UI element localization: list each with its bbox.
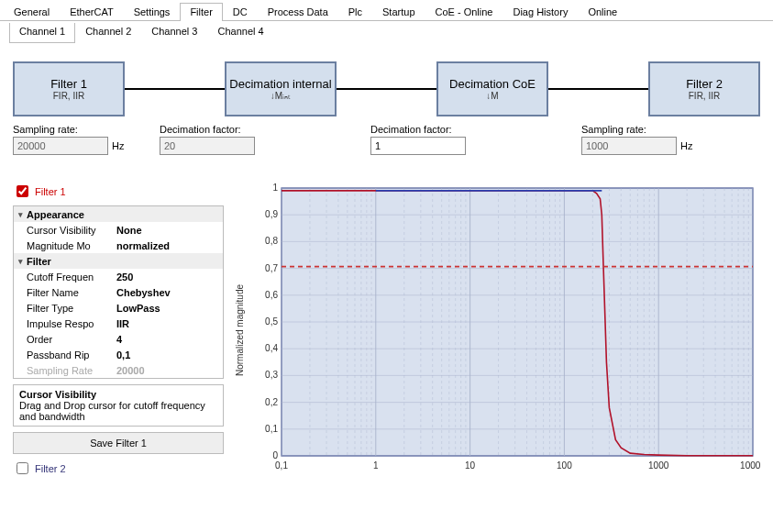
param-input-1 [160, 137, 255, 155]
filter-pipeline: Filter 1FIR, IIRDecimation internal↓Mᵢₙₜ… [13, 61, 760, 116]
svg-text:0: 0 [272, 450, 278, 460]
param-unit: Hz [112, 140, 124, 151]
help-title: Cursor Visibility [19, 389, 96, 400]
property-grid[interactable]: ▾Appearance Cursor VisibilityNone Magnit… [13, 205, 224, 379]
pipeline-node-1[interactable]: Decimation internal↓Mᵢₙₜ [225, 61, 337, 116]
svg-text:10: 10 [465, 460, 476, 471]
chevron-down-icon[interactable]: ▾ [14, 210, 27, 219]
prop-filter-name[interactable]: Filter NameChebyshev [14, 284, 223, 300]
pipeline-node-0[interactable]: Filter 1FIR, IIR [13, 61, 125, 116]
svg-text:0,1: 0,1 [265, 424, 278, 434]
svg-text:1: 1 [373, 460, 379, 471]
tab-filter[interactable]: Filter [180, 3, 222, 21]
param-col-3: Sampling rate:Hz [581, 124, 728, 155]
channel-tab-channel-2[interactable]: Channel 2 [75, 23, 141, 43]
help-body: Drag and Drop cursor for cutoff frequenc… [19, 400, 205, 422]
group-appearance: Appearance [27, 209, 223, 220]
prop-cursor-visibility[interactable]: Cursor VisibilityNone [14, 222, 223, 238]
channel-tab-channel-3[interactable]: Channel 3 [141, 23, 207, 43]
svg-text:0,6: 0,6 [265, 290, 278, 300]
tab-ethercat[interactable]: EtherCAT [60, 3, 123, 21]
svg-text:10000: 10000 [740, 460, 760, 471]
magnitude-plot: Normalized magnitude 00,10,20,30,40,50,6… [233, 183, 760, 477]
svg-text:0,1: 0,1 [275, 460, 288, 471]
svg-text:0,5: 0,5 [265, 316, 278, 327]
filter2-check-label: Filter 2 [35, 463, 66, 474]
tab-general[interactable]: General [4, 3, 60, 21]
tab-process-data[interactable]: Process Data [258, 3, 338, 21]
filter2-checkbox[interactable]: Filter 2 [13, 460, 224, 477]
param-col-0: Sampling rate:Hz [13, 124, 160, 155]
group-filter: Filter [27, 256, 223, 267]
pipeline-params: Sampling rate:HzDecimation factor:Decima… [13, 124, 760, 155]
prop-order[interactable]: Order4 [14, 331, 223, 347]
channel-tab-channel-4[interactable]: Channel 4 [207, 23, 273, 43]
pipeline-node-2[interactable]: Decimation CoE↓M [436, 61, 548, 116]
tab-settings[interactable]: Settings [124, 3, 181, 21]
svg-text:0,9: 0,9 [265, 209, 278, 219]
param-col-2: Decimation factor: [370, 124, 581, 155]
main-tabbar: GeneralEtherCATSettingsFilterDCProcess D… [0, 0, 773, 21]
chart-ylabel: Normalized magnitude [233, 183, 247, 477]
filter1-checkbox[interactable]: Filter 1 [13, 183, 224, 200]
svg-text:1000: 1000 [648, 460, 669, 471]
chevron-down-icon[interactable]: ▾ [14, 257, 27, 266]
save-filter-button[interactable]: Save Filter 1 [13, 432, 224, 454]
channel-tabbar: Channel 1Channel 2Channel 3Channel 4 [0, 23, 773, 43]
tab-dc[interactable]: DC [223, 3, 258, 21]
chart-svg: 00,10,20,30,40,50,60,70,80,910,111010010… [247, 183, 760, 476]
svg-text:0,3: 0,3 [265, 370, 278, 380]
help-panel: Cursor Visibility Drag and Drop cursor f… [13, 384, 224, 427]
param-input-0 [13, 137, 108, 155]
svg-text:0,2: 0,2 [265, 397, 278, 407]
tab-diag-history[interactable]: Diag History [502, 3, 578, 21]
svg-text:0,4: 0,4 [265, 343, 278, 353]
tab-online[interactable]: Online [578, 3, 627, 21]
prop-magnitude-mode[interactable]: Magnitude Monormalized [14, 238, 223, 253]
param-input-2[interactable] [370, 137, 466, 155]
svg-text:0,8: 0,8 [265, 236, 278, 246]
param-unit: Hz [680, 140, 692, 151]
tab-plc[interactable]: Plc [338, 3, 372, 21]
param-col-1: Decimation factor: [160, 124, 370, 155]
pipeline-connector [125, 88, 225, 90]
svg-text:100: 100 [557, 460, 572, 471]
prop-impulse-response[interactable]: Impulse RespoIIR [14, 316, 223, 331]
param-label: Decimation factor: [160, 124, 370, 135]
prop-filter-type[interactable]: Filter TypeLowPass [14, 300, 223, 316]
tab-startup[interactable]: Startup [372, 3, 425, 21]
filter1-check-label: Filter 1 [35, 186, 66, 197]
prop-sampling-rate: Sampling Rate20000 [14, 362, 223, 378]
prop-passband-ripple[interactable]: Passband Rip0,1 [14, 347, 223, 362]
filter2-check-input[interactable] [17, 462, 28, 474]
tab-coe-online[interactable]: CoE - Online [425, 3, 503, 21]
param-input-3 [581, 137, 677, 155]
filter1-check-input[interactable] [17, 185, 28, 197]
pipeline-node-3[interactable]: Filter 2FIR, IIR [648, 61, 760, 116]
channel-tab-channel-1[interactable]: Channel 1 [9, 23, 75, 43]
svg-text:1: 1 [272, 183, 278, 193]
param-label: Decimation factor: [370, 124, 581, 135]
pipeline-connector [337, 88, 436, 90]
prop-cutoff[interactable]: Cutoff Frequen250 [14, 269, 223, 284]
param-label: Sampling rate: [581, 124, 728, 135]
param-label: Sampling rate: [13, 124, 160, 135]
svg-text:0,7: 0,7 [265, 263, 278, 273]
pipeline-connector [548, 88, 648, 90]
